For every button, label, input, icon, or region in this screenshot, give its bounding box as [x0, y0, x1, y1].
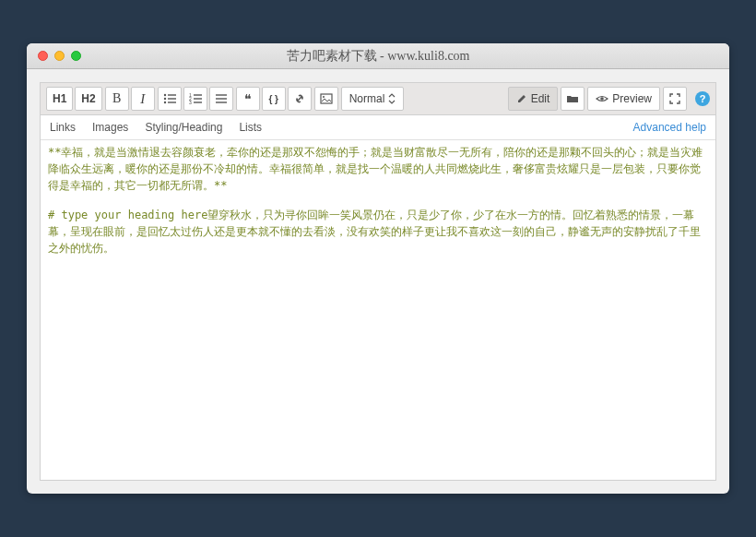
code-button[interactable]: { }: [262, 87, 286, 111]
menubar: Links Images Styling/Heading Lists Advan…: [41, 115, 715, 140]
svg-rect-1: [168, 94, 176, 95]
maximize-button[interactable]: [71, 51, 81, 61]
menu-images[interactable]: Images: [92, 121, 128, 134]
svg-point-16: [323, 96, 325, 98]
advanced-help-link[interactable]: Advanced help: [633, 121, 706, 134]
folder-button[interactable]: [561, 87, 585, 111]
fullscreen-icon: [669, 93, 680, 104]
svg-rect-5: [168, 101, 176, 102]
ordered-list-button[interactable]: 123: [183, 87, 207, 111]
eye-icon: [596, 94, 608, 103]
svg-point-0: [163, 94, 165, 96]
image-button[interactable]: [314, 87, 338, 111]
toolbar: H1 H2 B I 123: [41, 83, 715, 115]
svg-rect-12: [216, 94, 227, 95]
svg-rect-15: [321, 94, 332, 103]
svg-rect-11: [194, 101, 202, 102]
link-icon: [293, 92, 306, 105]
app-window: 苦力吧素材下载 - www.kuli8.com H1 H2 B I 123: [27, 43, 729, 494]
ordered-list-icon: 123: [189, 93, 202, 104]
paragraph-button[interactable]: [209, 87, 233, 111]
editor: H1 H2 B I 123: [40, 82, 716, 481]
content-paragraph: **幸福，就是当激情退去容颜衰老，牵你的还是那双不怨悔的手；就是当财富散尽一无所…: [48, 144, 708, 194]
bold-button[interactable]: B: [105, 87, 129, 111]
h1-button[interactable]: H1: [46, 87, 73, 111]
quote-button[interactable]: ❝: [236, 87, 260, 111]
format-select-label: Normal: [349, 92, 385, 105]
svg-point-2: [163, 98, 165, 100]
fullscreen-button[interactable]: [663, 87, 687, 111]
svg-rect-9: [194, 98, 202, 99]
menu-links[interactable]: Links: [50, 121, 76, 134]
edit-button[interactable]: Edit: [508, 87, 559, 111]
svg-rect-7: [194, 94, 202, 95]
bullet-list-icon: [163, 93, 176, 104]
svg-text:3: 3: [189, 100, 192, 104]
svg-point-17: [601, 97, 605, 101]
traffic-lights: [27, 51, 81, 61]
h2-button[interactable]: H2: [75, 87, 101, 111]
minimize-button[interactable]: [54, 51, 65, 61]
svg-rect-14: [216, 101, 227, 102]
folder-icon: [566, 93, 579, 104]
menu-styling[interactable]: Styling/Heading: [145, 121, 222, 134]
menu-lists[interactable]: Lists: [239, 121, 262, 134]
svg-rect-13: [216, 98, 227, 99]
svg-point-4: [163, 101, 165, 103]
italic-button[interactable]: I: [131, 87, 155, 111]
titlebar: 苦力吧素材下载 - www.kuli8.com: [27, 43, 729, 69]
bullet-list-button[interactable]: [158, 87, 182, 111]
close-button[interactable]: [38, 51, 48, 61]
editor-content[interactable]: **幸福，就是当激情退去容颜衰老，牵你的还是那双不怨悔的手；就是当财富散尽一无所…: [41, 140, 715, 480]
window-title: 苦力吧素材下载 - www.kuli8.com: [27, 48, 729, 65]
chevron-updown-icon: [388, 93, 396, 104]
image-icon: [320, 93, 333, 104]
format-select[interactable]: Normal: [341, 87, 405, 111]
help-button[interactable]: ?: [695, 91, 710, 106]
paragraph-icon: [215, 93, 228, 104]
link-button[interactable]: [288, 87, 312, 111]
editor-container: H1 H2 B I 123: [27, 69, 729, 494]
svg-rect-3: [168, 98, 176, 99]
content-paragraph: # type your heading here望穿秋水，只为寻你回眸一笑风景仍…: [48, 207, 708, 257]
pencil-icon: [516, 93, 527, 104]
preview-button[interactable]: Preview: [587, 87, 660, 111]
